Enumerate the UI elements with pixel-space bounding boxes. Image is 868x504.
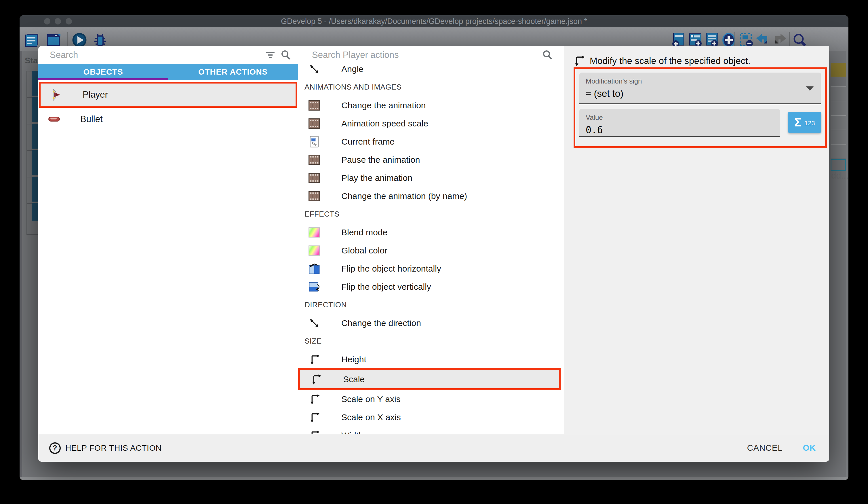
tab-other-actions[interactable]: OTHER ACTIONS xyxy=(168,64,298,80)
expression-button-label: 123 xyxy=(804,120,815,127)
help-icon: ? xyxy=(49,442,61,454)
sigma-icon: Σ xyxy=(794,115,802,129)
action-label: Scale on Y axis xyxy=(341,394,401,404)
value-label: Value xyxy=(586,113,774,122)
toolbar-separator xyxy=(789,32,790,47)
event-bracket-line xyxy=(27,203,32,204)
event-block xyxy=(32,71,39,95)
event-block xyxy=(32,203,39,221)
rainbow-icon xyxy=(308,244,321,257)
object-search-field[interactable]: Search xyxy=(38,46,298,64)
object-label: Player xyxy=(83,90,108,100)
object-tabs: OBJECTSOTHER ACTIONS xyxy=(38,64,298,80)
event-bracket-line xyxy=(27,150,32,151)
action-search-field[interactable]: Search Player actions xyxy=(298,46,564,64)
event-bracket-line xyxy=(27,71,32,71)
object-label: Bullet xyxy=(80,114,103,124)
action-row-blend-mode[interactable]: Blend mode xyxy=(298,223,564,241)
event-action-row xyxy=(830,101,846,115)
scale-icon xyxy=(308,429,321,434)
action-row-change-the-animation[interactable]: Change the animation xyxy=(298,96,564,114)
action-label: Play the animation xyxy=(341,173,412,183)
scale-icon xyxy=(310,373,322,386)
action-list: AngleANIMATIONS AND IMAGESChange the ani… xyxy=(298,64,564,434)
tab-objects[interactable]: OBJECTS xyxy=(38,64,168,80)
project-manager-icon[interactable] xyxy=(24,31,40,49)
annotation-scale: Scale xyxy=(298,369,561,390)
action-label: Current frame xyxy=(341,137,395,147)
action-label: Angle xyxy=(341,64,363,74)
angle-icon xyxy=(308,64,321,75)
section-header-animations-and-images: ANIMATIONS AND IMAGES xyxy=(298,78,564,96)
object-row-player[interactable]: Player xyxy=(41,83,296,106)
scale-icon xyxy=(308,411,321,424)
angle-icon xyxy=(308,317,321,330)
add-action-link: dd... xyxy=(831,171,848,181)
parameters-panel: Modify the scale of the specified object… xyxy=(564,46,829,434)
action-row-angle[interactable]: Angle xyxy=(298,64,564,78)
event-bracket-line xyxy=(27,97,32,98)
search-icon[interactable] xyxy=(280,49,291,61)
event-bracket-line xyxy=(27,177,32,178)
action-row-flip-the-object-horizontally[interactable]: Flip the object horizontally xyxy=(298,260,564,278)
help-button[interactable]: ? HELP FOR THIS ACTION xyxy=(49,442,747,454)
help-label: HELP FOR THIS ACTION xyxy=(65,444,162,453)
action-row-scale[interactable]: Scale xyxy=(300,370,559,388)
event-block xyxy=(32,177,39,202)
event-bracket-line xyxy=(27,124,32,124)
action-row-current-frame[interactable]: Current frame xyxy=(298,132,564,151)
action-label: Animation speed scale xyxy=(341,119,428,129)
event-bracket-line xyxy=(27,71,27,235)
film-icon xyxy=(308,117,321,130)
frame-icon xyxy=(308,135,321,148)
event-action-row xyxy=(830,115,846,130)
modification-sign-select[interactable]: Modification's sign = (set to) xyxy=(579,73,821,104)
action-search-placeholder: Search Player actions xyxy=(312,50,541,60)
action-row-width[interactable]: Width xyxy=(298,426,564,434)
action-row-scale-on-x-axis[interactable]: Scale on X axis xyxy=(298,408,564,426)
action-label: Flip the object horizontally xyxy=(341,264,441,274)
action-row-height[interactable]: Height xyxy=(298,350,564,369)
film-icon xyxy=(308,190,321,202)
object-row-bullet[interactable]: Bullet xyxy=(38,110,298,129)
scale-icon xyxy=(308,393,321,405)
search-icon[interactable] xyxy=(541,49,553,61)
film-icon xyxy=(308,153,321,166)
action-label: Width xyxy=(341,431,363,434)
event-selection-outline xyxy=(830,159,846,171)
action-row-global-color[interactable]: Global color xyxy=(298,241,564,260)
action-row-pause-the-animation[interactable]: Pause the animation xyxy=(298,151,564,169)
filter-icon[interactable] xyxy=(265,49,276,61)
object-list: PlayerBullet xyxy=(38,80,298,434)
action-label: Global color xyxy=(341,246,388,255)
value-input[interactable]: Value 0.6 xyxy=(579,109,780,137)
action-row-animation-speed-scale[interactable]: Animation speed scale xyxy=(298,114,564,132)
actions-panel: Search Player actions AngleANIMATIONS AN… xyxy=(298,46,564,434)
action-row-scale-on-y-axis[interactable]: Scale on Y axis xyxy=(298,390,564,408)
player-ship-icon xyxy=(50,88,63,101)
action-label: Change the animation xyxy=(341,101,426,110)
film-icon xyxy=(308,99,321,112)
action-row-play-the-animation[interactable]: Play the animation xyxy=(298,169,564,187)
annotation-parameters: Modification's sign = (set to) Value 0.6… xyxy=(574,67,827,148)
action-label: Change the animation (by name) xyxy=(341,191,467,201)
cancel-button[interactable]: CANCEL xyxy=(747,443,783,453)
event-action-row xyxy=(830,130,846,144)
section-header-size: SIZE xyxy=(298,332,564,350)
action-description-text: Modify the scale of the specified object… xyxy=(590,56,751,66)
event-action-row xyxy=(830,87,846,101)
action-label: Scale xyxy=(343,374,365,384)
event-block xyxy=(32,97,39,122)
modification-sign-label: Modification's sign xyxy=(586,77,815,85)
action-row-change-the-direction[interactable]: Change the direction xyxy=(298,314,564,332)
window-left-edge xyxy=(20,51,22,477)
action-row-change-the-animation-by-name[interactable]: Change the animation (by name) xyxy=(298,187,564,205)
event-comment-block xyxy=(830,63,846,77)
expression-editor-button[interactable]: Σ 123 xyxy=(788,112,821,133)
window-bottom-edge xyxy=(20,477,848,480)
event-block xyxy=(32,150,39,175)
ok-button[interactable]: OK xyxy=(803,443,816,453)
action-label: Blend mode xyxy=(341,228,388,237)
action-row-flip-the-object-vertically[interactable]: Flip the object vertically xyxy=(298,278,564,296)
window-right-edge xyxy=(846,51,848,477)
